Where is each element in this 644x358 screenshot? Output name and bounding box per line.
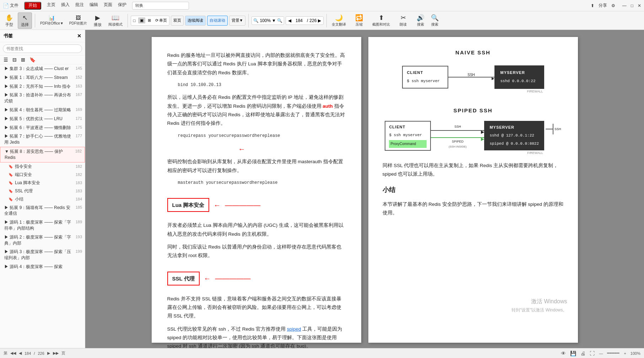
sidebar-close-btn[interactable]: ✕	[77, 33, 81, 39]
prev-page-btn[interactable]: ◀	[288, 18, 291, 23]
naive-server-box: MYSERVER sshd 0.0.0.0:22 FIREWALL	[494, 65, 544, 89]
single-page-view-btn[interactable]: 双页	[171, 16, 184, 26]
search-icon: 🔍	[431, 14, 439, 22]
select-tool-btn[interactable]: ↖ 选择	[18, 12, 32, 29]
sidebar-item-ext6[interactable]: ▶ 拓展 6：平波逐进 —— 懒惰删除 175	[0, 123, 85, 132]
menu-annotate[interactable]: 插入	[61, 2, 70, 10]
menu-protect[interactable]: 页面	[104, 2, 112, 10]
zoom-decrease-btn[interactable]: 🔍	[253, 18, 259, 23]
spiped-ssh-diagram: CLIENT $ ssh myserver ProxyCommand SSH ▶	[383, 121, 564, 151]
sidebar-item-port-security[interactable]: 🔖 端口安全 182	[0, 171, 85, 179]
sidebar-item-src2[interactable]: ▶ 源码 2：极度深寒 —— 探索「字典」内部 193	[0, 233, 85, 248]
sidebar-item-ext1[interactable]: ▶ 拓展 1：耳听八方 —— Stream 152	[0, 73, 85, 82]
sidebar-icon-2[interactable]: ⊟	[12, 57, 17, 63]
first-page-btn[interactable]: ◀◀	[10, 351, 16, 356]
sidebar-item-ext8[interactable]: ▼ 拓展 8：居安思危 —— 保护 Redis 182	[0, 147, 85, 162]
sidebar-header: 书签 ✕	[0, 30, 85, 42]
pdf-to-office-btn[interactable]: 📊 PDF转Office▼	[38, 12, 66, 29]
sidebar-icon-3[interactable]: ⊞	[21, 57, 25, 63]
last-page-btn[interactable]: ▶▶	[53, 351, 59, 356]
continuous-read-btn[interactable]: 自动滚动	[207, 16, 228, 26]
max-btn[interactable]: □	[631, 3, 633, 8]
content-area[interactable]: Redis 的服务地址一旦可以被外网直接访问，内部的数据就彻底丧失了安全性。高级…	[85, 30, 644, 348]
menu-file[interactable]: 📄 文件	[3, 2, 18, 10]
zoom-out-status-btn[interactable]: —	[599, 351, 603, 356]
menu-insert[interactable]: 主页	[47, 2, 55, 10]
zoom-slider[interactable]: ━━━━━	[607, 351, 619, 356]
hand-tool-btn[interactable]: ✋ 手型	[2, 12, 16, 29]
sidebar-item-ssl-proxy[interactable]: 🔖 SSL 代理 183	[0, 187, 85, 195]
naive-ssh-title: NAIVE SSH	[383, 48, 564, 57]
menu-page[interactable]: 编辑	[90, 2, 98, 10]
settings-icon[interactable]: ⚙	[611, 3, 615, 8]
close-btn[interactable]: ✕	[638, 3, 641, 8]
sidebar-icon-4[interactable]: 🔖	[29, 57, 36, 63]
translate-btn[interactable]: 🔁 压缩	[350, 12, 369, 29]
status-left: 第 ◀◀ ◀ 184 / 226 ▶ ▶▶ 页	[4, 351, 65, 356]
zoom-in-status-btn[interactable]: +	[624, 351, 626, 356]
sidebar-item-ext5[interactable]: ▶ 拓展 5：优胜劣汰 —— LRU 171	[0, 114, 85, 123]
menu-edit[interactable]: 批注	[75, 2, 84, 10]
print-icon[interactable]: 🖨	[580, 351, 585, 356]
reading-mode-btn[interactable]: 📖 阅读模式	[106, 12, 125, 29]
compress-btn[interactable]: ⬆ 截图和对比	[370, 12, 392, 29]
sidebar-item-lua-security[interactable]: 🔖 Lua 脚本安全 183	[0, 179, 85, 187]
pdf-page-left: Redis 的服务地址一旦可以被外网直接访问，内部的数据就彻底丧失了安全性。高级…	[152, 37, 361, 343]
main-layout: 书签 ✕ ☰ ⊟ ⊞ 🔖 ▶ 集群 3：众志成城 —— Clust er 145…	[0, 30, 644, 348]
sidebar-item-src1[interactable]: ▶ 源码 1：极度深寒 —— 探索「字符串」内部结构 189	[0, 218, 85, 233]
read-aloud-btn[interactable]: 🔊 搜索	[414, 12, 427, 29]
zoom-dropdown-icon[interactable]: ▼	[272, 18, 276, 23]
sidebar-item-ext9[interactable]: ▶ 拓展 9：隔墙有耳 —— Redis 安全通信 185	[0, 203, 85, 218]
eye-icon[interactable]: 👁	[561, 351, 566, 356]
search-box[interactable]: 转换	[132, 2, 189, 10]
start-button[interactable]: 开始	[24, 2, 41, 10]
other-view-btn[interactable]: ⊞	[146, 17, 153, 23]
sidebar-item-cluster3[interactable]: ▶ 集群 3：众志成城 —— Clust er 145	[0, 64, 85, 73]
screenshot-btn[interactable]: ✂ 朗读	[394, 12, 413, 29]
background-btn[interactable]: 🌙 全文翻译	[330, 12, 348, 29]
zoom-percent-status: 100%	[631, 351, 640, 356]
sidebar-item-ext3[interactable]: ▶ 拓展 3：拾遗补补 —— 再谈分布式锁 167	[0, 91, 85, 106]
share-btn[interactable]: 分享	[599, 2, 607, 9]
sidebar-item-summary[interactable]: 🔖 小结 184	[0, 195, 85, 203]
prev-page-nav-btn[interactable]: ◀	[19, 351, 22, 356]
page-separator: /	[307, 18, 308, 23]
sidebar-icon-1[interactable]: ☰	[4, 57, 8, 63]
single-page-btn[interactable]: □	[131, 18, 137, 23]
rotate-text-btn[interactable]: ⟳ 单页	[153, 17, 169, 24]
double-page-view-btn[interactable]: 连续阅读	[185, 16, 206, 26]
pdf-to-image-btn[interactable]: 🖼 PDF转图片	[67, 12, 89, 29]
next-page-nav-btn[interactable]: ▶	[47, 351, 50, 356]
separator-4	[326, 14, 327, 27]
zoom-control[interactable]: 🔍 100% ▼ 🔍	[251, 16, 284, 25]
menu-convert[interactable]: 保护	[118, 2, 126, 10]
page-input-field[interactable]	[293, 18, 305, 23]
fullscreen-icon[interactable]: ⛶	[590, 351, 595, 356]
sidebar-search-input[interactable]	[3, 44, 82, 53]
separator-2	[128, 14, 128, 27]
spiped-client-box: CLIENT $ ssh myserver ProxyCommand	[385, 121, 431, 151]
status-right: 👁 💾 🖨 ⛶ — ━━━━━ + 100%	[561, 351, 640, 356]
min-btn[interactable]: —	[622, 3, 627, 8]
ssl-para-2: SSL 代理比较常见的有 ssh，不过 Redis 官方推荐使用 spiped …	[167, 325, 346, 348]
sidebar-item-src4[interactable]: ▶ 源码 4：极度深寒 —— 探索	[0, 262, 85, 271]
total-pages: 226	[309, 18, 316, 23]
sidebar-item-ext2[interactable]: ▶ 拓展 2：无所不知 —— Info 指令 163	[0, 82, 85, 91]
ssl-section: SSL 代理 ← —————	[167, 266, 346, 291]
sidebar-item-cmd-security[interactable]: 🔖 指令安全 182	[0, 162, 85, 171]
share-icon[interactable]: ⬆	[591, 3, 594, 8]
search-btn[interactable]: 🔍 搜索	[428, 12, 441, 29]
page-nav: ◀ / 226 ▶	[286, 16, 324, 25]
sidebar-item-src3[interactable]: ▶ 源码 3：极度深寒 —— 探索「压缩列表」内部 199	[0, 247, 85, 262]
auto-scroll-btn[interactable]: 背景▼	[229, 16, 246, 26]
save-icon[interactable]: 💾	[570, 351, 576, 356]
rotate-icon: ⟳	[155, 18, 158, 23]
sidebar-item-ext7[interactable]: ▶ 拓展 7：妙手仁心 —— 优雅地使用 Jedis 177	[0, 132, 85, 147]
play-btn[interactable]: ▶ 播放	[91, 12, 105, 29]
next-page-btn[interactable]: ▶	[318, 18, 321, 23]
zoom-increase-btn[interactable]: 🔍	[277, 18, 282, 23]
naive-client-box: CLIENT $ ssh myserver	[402, 66, 448, 89]
sidebar-item-ext4[interactable]: ▶ 拓展 4：朝生暮死 —— 过期策略 169	[0, 106, 85, 114]
double-page-btn[interactable]: ▣	[138, 17, 145, 23]
double-page-icon: ▣	[140, 18, 144, 23]
